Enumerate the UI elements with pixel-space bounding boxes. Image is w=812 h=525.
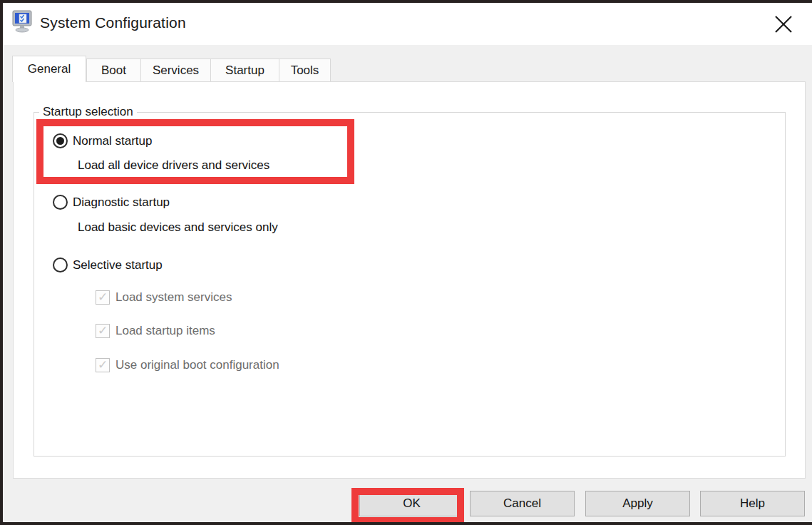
checkbox-load-startup-items-label: Load startup items <box>115 324 215 338</box>
check-icon: ✓ <box>98 325 108 337</box>
tab-tools[interactable]: Tools <box>279 58 331 81</box>
checkbox-use-original-boot-configuration-label: Use original boot configuration <box>115 358 279 372</box>
radio-selected-dot <box>56 137 64 145</box>
radio-normal-startup-label[interactable]: Normal startup <box>73 133 152 148</box>
help-button[interactable]: Help <box>700 491 805 516</box>
checkbox-load-startup-items: ✓ <box>96 324 110 338</box>
radio-selective-startup-label[interactable]: Selective startup <box>73 258 163 272</box>
ok-button[interactable]: OK <box>359 491 464 516</box>
checkbox-load-system-services-label: Load system services <box>115 290 232 305</box>
diagnostic-startup-description: Load basic devices and services only <box>78 220 278 235</box>
window-title: System Configuration <box>40 14 186 31</box>
radio-diagnostic-startup-label[interactable]: Diagnostic startup <box>73 195 170 210</box>
tab-services[interactable]: Services <box>140 58 211 81</box>
tab-startup[interactable]: Startup <box>210 58 279 81</box>
radio-normal-startup[interactable] <box>53 133 68 148</box>
normal-startup-description: Load all device drivers and services <box>78 158 269 173</box>
close-icon <box>774 15 793 34</box>
tab-boot[interactable]: Boot <box>86 58 141 81</box>
radio-selective-startup[interactable] <box>53 258 68 272</box>
radio-diagnostic-startup[interactable] <box>53 195 68 210</box>
apply-button[interactable]: Apply <box>585 491 690 516</box>
check-icon: ✓ <box>98 359 108 371</box>
close-button[interactable] <box>767 9 800 40</box>
startup-selection-group-label: Startup selection <box>39 105 137 119</box>
system-configuration-window: System Configuration General Boot Servic… <box>0 0 812 525</box>
cancel-button[interactable]: Cancel <box>470 491 575 516</box>
titlebar: System Configuration <box>3 3 812 45</box>
checkbox-use-original-boot-configuration: ✓ <box>96 358 110 372</box>
checkbox-load-system-services: ✓ <box>96 290 110 305</box>
check-icon: ✓ <box>98 291 108 303</box>
msconfig-app-icon <box>11 9 35 34</box>
tab-general[interactable]: General <box>12 56 86 82</box>
